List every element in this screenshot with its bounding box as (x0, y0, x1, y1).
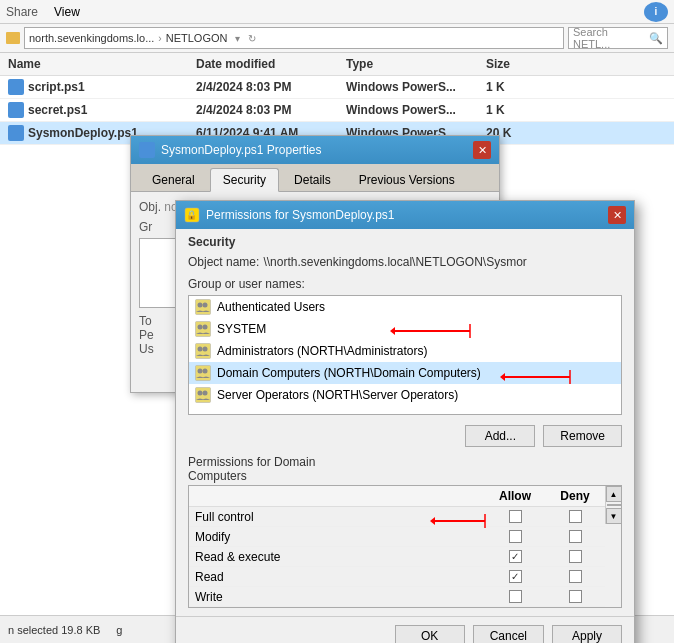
write-deny[interactable] (545, 587, 605, 606)
modify-deny-checkbox[interactable] (569, 530, 582, 543)
scroll-down-button[interactable]: ▼ (606, 508, 622, 524)
full-control-allow[interactable] (485, 507, 545, 526)
write-allow-checkbox[interactable] (509, 590, 522, 603)
address-bar-row: north.sevenkingdoms.lo... › NETLOGON ▾ ↻… (0, 24, 674, 53)
server-operators-icon (195, 387, 211, 403)
apply-button[interactable]: Apply (552, 625, 622, 643)
read-execute-deny-cell[interactable] (545, 547, 605, 566)
column-headers: Name Date modified Type Size (0, 53, 674, 76)
properties-titlebar: SysmonDeploy.ps1 Properties ✕ (131, 136, 499, 164)
system-icon (195, 321, 211, 337)
properties-close-button[interactable]: ✕ (473, 141, 491, 159)
svg-point-3 (198, 303, 203, 308)
security-label: Security (188, 235, 235, 249)
file-name: script.ps1 (28, 80, 85, 94)
perm-header-row: Allow Deny (189, 486, 605, 507)
search-box[interactable]: Search NETL... 🔍 (568, 27, 668, 49)
read-deny-checkbox[interactable] (569, 570, 582, 583)
remove-button[interactable]: Remove (543, 425, 622, 447)
group-item-administrators[interactable]: Administrators (NORTH\Administrators) (189, 340, 621, 362)
object-name-row: Object name: \\north.sevenkingdoms.local… (176, 251, 634, 273)
permissions-close-button[interactable]: ✕ (608, 206, 626, 224)
group-label: Group or user names: (188, 277, 622, 291)
scroll-up-button[interactable]: ▲ (606, 486, 622, 502)
file-size: 1 K (486, 103, 546, 117)
ok-button[interactable]: OK (395, 625, 465, 643)
svg-point-15 (198, 391, 203, 396)
read-execute-deny-checkbox[interactable] (569, 550, 582, 563)
explorer-toolbar: Share View i (0, 0, 674, 24)
user-avatar: i (644, 2, 668, 22)
svg-rect-14 (196, 388, 211, 403)
table-row[interactable]: script.ps1 2/4/2024 8:03 PM Windows Powe… (0, 76, 674, 99)
read-allow[interactable] (485, 567, 545, 586)
full-control-deny-checkbox[interactable] (569, 510, 582, 523)
group-item-domain-computers[interactable]: Domain Computers (NORTH\Domain Computers… (189, 362, 621, 384)
file-name: secret.ps1 (28, 103, 87, 117)
allow-col-header: Allow (485, 486, 545, 506)
scrollbar[interactable]: ▲ ▼ (605, 486, 621, 524)
read-allow-checkbox[interactable] (509, 570, 522, 583)
col-type-header[interactable]: Type (346, 57, 486, 71)
file-size: 1 K (486, 80, 546, 94)
perm-row-write: Write (189, 587, 605, 607)
group-item-label: Authenticated Users (217, 300, 325, 314)
write-deny-checkbox[interactable] (569, 590, 582, 603)
col-size-header[interactable]: Size (486, 57, 546, 71)
table-row[interactable]: secret.ps1 2/4/2024 8:03 PM Windows Powe… (0, 99, 674, 122)
object-name-label: Object name: (188, 255, 259, 269)
add-button[interactable]: Add... (465, 425, 535, 447)
modify-allow[interactable] (485, 527, 545, 546)
col-name-header[interactable]: Name (8, 57, 188, 71)
status-text: g (116, 624, 122, 636)
perm-table: Allow Deny Full control Modify (189, 486, 605, 607)
group-item-server-operators[interactable]: Server Operators (NORTH\Server Operators… (189, 384, 621, 406)
full-control-deny[interactable] (545, 507, 605, 526)
read-execute-allow-cell[interactable] (485, 547, 545, 566)
tab-details[interactable]: Details (281, 168, 344, 191)
group-item-label: SYSTEM (217, 322, 266, 336)
cancel-button[interactable]: Cancel (473, 625, 544, 643)
svg-point-13 (203, 369, 208, 374)
group-item-system[interactable]: SYSTEM (189, 318, 621, 340)
group-item-authenticated-users[interactable]: Authenticated Users (189, 296, 621, 318)
search-icon: 🔍 (649, 32, 663, 45)
col-date-header[interactable]: Date modified (196, 57, 346, 71)
tab-security[interactable]: Security (210, 168, 279, 192)
perm-title-left: 🔒 Permissions for SysmonDeploy.ps1 (184, 207, 395, 223)
file-type: Windows PowerS... (346, 80, 486, 94)
properties-title: SysmonDeploy.ps1 Properties (161, 143, 322, 157)
write-allow[interactable] (485, 587, 545, 606)
share-label: Share (6, 5, 38, 19)
file-date: 2/4/2024 8:03 PM (196, 80, 346, 94)
svg-point-9 (198, 347, 203, 352)
full-control-allow-checkbox[interactable] (509, 510, 522, 523)
file-name: SysmonDeploy.ps1 (28, 126, 138, 140)
perm-name: Full control (189, 508, 485, 526)
file-icon (8, 79, 24, 95)
perm-row-read: Read (189, 567, 605, 587)
permissions-title: Permissions for SysmonDeploy.ps1 (206, 208, 395, 222)
scroll-thumb[interactable] (607, 504, 621, 506)
read-execute-allow-checkbox[interactable] (509, 550, 522, 563)
security-inner-tab: Security (176, 229, 634, 251)
perm-row-full-control: Full control (189, 507, 605, 527)
group-item-label: Administrators (NORTH\Administrators) (217, 344, 427, 358)
permissions-dialog: 🔒 Permissions for SysmonDeploy.ps1 ✕ Sec… (175, 200, 635, 643)
address-dropdown[interactable]: ▾ (235, 33, 240, 44)
modify-allow-checkbox[interactable] (509, 530, 522, 543)
address-bar[interactable]: north.sevenkingdoms.lo... › NETLOGON ▾ ↻ (24, 27, 564, 49)
permissions-titlebar: 🔒 Permissions for SysmonDeploy.ps1 ✕ (176, 201, 634, 229)
tab-previous-versions[interactable]: Previous Versions (346, 168, 468, 191)
read-deny[interactable] (545, 567, 605, 586)
search-placeholder: Search NETL... (573, 26, 647, 50)
domain-computers-icon (195, 365, 211, 381)
refresh-icon[interactable]: ↻ (248, 33, 256, 44)
group-list[interactable]: Authenticated Users SYSTEM (188, 295, 622, 415)
modify-deny[interactable] (545, 527, 605, 546)
file-icon (8, 125, 24, 141)
permissions-table-section: Permissions for DomainComputers Allow De… (176, 453, 634, 616)
properties-tabs: General Security Details Previous Versio… (131, 164, 499, 192)
address-path: north.sevenkingdoms.lo... (29, 32, 154, 44)
tab-general[interactable]: General (139, 168, 208, 191)
